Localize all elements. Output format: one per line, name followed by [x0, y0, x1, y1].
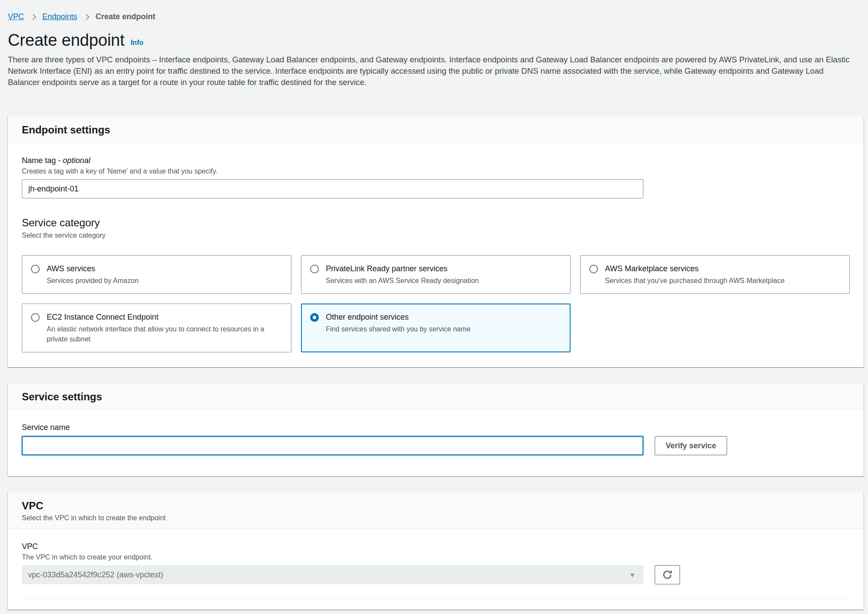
service-category-title: Service category [22, 217, 850, 229]
breadcrumb: VPC Endpoints Create endpoint [8, 12, 864, 21]
option-title: AWS services [47, 263, 139, 274]
option-description: Services that you've purchased through A… [605, 276, 785, 286]
caret-down-icon: ▼ [629, 571, 636, 579]
vpc-select[interactable]: vpc-033d5a24542f9c252 (aws-vpctest) ▼ [22, 565, 643, 584]
name-tag-label-text: Name tag - [22, 156, 61, 165]
page-description: There are three types of VPC endpoints –… [8, 54, 864, 88]
option-privatelink-ready-partner-services[interactable]: PrivateLink Ready partner services Servi… [301, 255, 571, 294]
option-description: Services with an AWS Service Ready desig… [326, 276, 479, 286]
breadcrumb-link-endpoints[interactable]: Endpoints [42, 12, 77, 21]
verify-service-button[interactable]: Verify service [655, 436, 727, 455]
service-name-input[interactable] [22, 436, 643, 455]
name-tag-label: Name tag - optional [22, 156, 850, 165]
vpc-card-header: VPC Select the VPC in which to create th… [8, 492, 864, 529]
name-tag-optional-text: optional [63, 156, 90, 165]
refresh-vpc-button[interactable] [655, 565, 680, 584]
page-title: Create endpoint [8, 31, 124, 50]
endpoint-settings-title: Endpoint settings [22, 124, 850, 136]
option-aws-services[interactable]: AWS services Services provided by Amazon [22, 255, 291, 294]
vpc-field-help: The VPC in which to create your endpoint… [22, 553, 850, 561]
service-settings-title: Service settings [22, 391, 850, 403]
name-tag-input[interactable] [22, 179, 643, 198]
option-description: Services provided by Amazon [47, 276, 139, 286]
option-other-endpoint-services[interactable]: Other endpoint services Find services sh… [301, 304, 571, 352]
service-category-subtitle: Select the service category [22, 232, 850, 239]
breadcrumb-link-vpc[interactable]: VPC [8, 12, 24, 21]
breadcrumb-chevron-icon [83, 14, 89, 20]
page-content: VPC Endpoints Create endpoint Create end… [0, 0, 868, 610]
option-title: EC2 Instance Connect Endpoint [47, 312, 282, 322]
service-category-options: AWS services Services provided by Amazon… [22, 255, 850, 352]
option-ec2-instance-connect-endpoint[interactable]: EC2 Instance Connect Endpoint An elastic… [22, 304, 291, 352]
radio-unchecked-icon[interactable] [31, 265, 40, 273]
option-description: An elastic network interface that allow … [47, 324, 282, 344]
service-settings-header: Service settings [8, 383, 864, 410]
vpc-card-subtitle: Select the VPC in which to create the en… [22, 514, 850, 522]
service-settings-card: Service settings Service name Verify ser… [8, 383, 864, 476]
option-aws-marketplace-services[interactable]: AWS Marketplace services Services that y… [580, 255, 850, 294]
breadcrumb-current: Create endpoint [96, 12, 155, 21]
option-title: PrivateLink Ready partner services [326, 263, 479, 274]
option-title: Other endpoint services [326, 312, 471, 322]
vpc-select-value: vpc-033d5a24542f9c252 (aws-vpctest) [28, 570, 163, 580]
radio-unchecked-icon[interactable] [589, 265, 598, 273]
refresh-icon [662, 570, 673, 580]
radio-unchecked-icon[interactable] [31, 313, 40, 322]
vpc-card-title: VPC [22, 500, 850, 512]
option-title: AWS Marketplace services [605, 263, 785, 274]
name-tag-help: Creates a tag with a key of 'Name' and a… [22, 167, 850, 175]
info-link[interactable]: Info [130, 39, 143, 50]
radio-checked-icon[interactable] [310, 313, 319, 322]
radio-unchecked-icon[interactable] [310, 265, 319, 273]
breadcrumb-chevron-icon [30, 14, 36, 20]
endpoint-settings-card: Endpoint settings Name tag - optional Cr… [8, 116, 864, 367]
service-name-label: Service name [22, 423, 850, 432]
endpoint-settings-header: Endpoint settings [8, 116, 864, 143]
option-description: Find services shared with you by service… [326, 324, 471, 334]
vpc-field-label: VPC [22, 542, 850, 551]
vpc-card: VPC Select the VPC in which to create th… [8, 492, 864, 610]
